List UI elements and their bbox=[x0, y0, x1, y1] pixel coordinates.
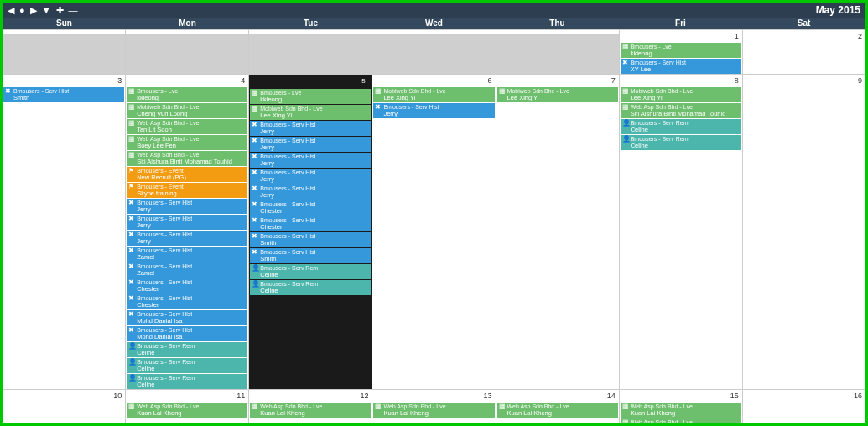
calendar-event[interactable]: ✖Bmousers - Serv HistChester bbox=[250, 200, 371, 216]
today-button[interactable]: ● bbox=[19, 5, 25, 15]
calendar-event[interactable]: ▦Mobiweb Sdn Bhd - LveLee Xing Yi bbox=[373, 87, 494, 102]
cal-icon: ▦ bbox=[128, 104, 136, 111]
calendar-event[interactable]: ✖Bmousers - Serv HistJerry bbox=[373, 103, 494, 118]
calendar-day-cell[interactable]: 13▦Web Asp Sdn Bhd - LveKuan Lai Kheng bbox=[372, 390, 496, 423]
remove-button[interactable]: — bbox=[69, 5, 78, 15]
event-text: Bmousers - Serv HistZamel bbox=[137, 263, 192, 277]
calendar-event[interactable]: 👤Bmousers - Serv RemCeline bbox=[127, 342, 247, 357]
calendar-day-cell[interactable]: 10 bbox=[3, 390, 126, 423]
calendar-event[interactable]: ▦Bmousers - Lvekkleong bbox=[621, 43, 741, 58]
calendar-event[interactable]: ▦Mobiweb Sdn Bhd - LveLee Xing Yi bbox=[250, 105, 371, 120]
day-header: Sun bbox=[3, 18, 126, 29]
calendar-event[interactable]: ✖Bmousers - Serv HistMohd Danial Isa bbox=[127, 310, 247, 325]
next-button[interactable]: ▶ bbox=[30, 5, 37, 16]
calendar-day-cell[interactable]: 8▦Mobiweb Sdn Bhd - LveLee Xing Yi▦Web A… bbox=[620, 75, 743, 389]
calendar-event[interactable]: ▦Web Asp Sdn Bhd - LveKuan Lai Kheng bbox=[250, 403, 371, 418]
calendar-event[interactable]: ✖Bmousers - Serv HistMohd Danial Isa bbox=[127, 326, 247, 341]
calendar-event[interactable]: ▦Web Asp Sdn Bhd - LveBoey Lee Fen bbox=[127, 135, 247, 150]
calendar-day-cell[interactable] bbox=[3, 30, 126, 74]
calendar-event[interactable]: 👤Bmousers - Serv RemCeline bbox=[127, 358, 247, 373]
calendar-day-cell[interactable]: 9 bbox=[743, 75, 865, 389]
cal-icon: ▦ bbox=[128, 120, 136, 127]
calendar-day-cell[interactable]: 2 bbox=[743, 30, 865, 74]
calendar-day-cell[interactable]: 12▦Web Asp Sdn Bhd - LveKuan Lai Kheng bbox=[249, 390, 372, 423]
calendar-toolbar: ◀ ● ▶ ▼ ✚ — May 2015 bbox=[3, 3, 865, 18]
calendar-event[interactable]: ▦Web Asp Sdn Bhd - LveSiti Aishura Binti… bbox=[621, 103, 741, 118]
calendar-day-cell[interactable]: 7▦Mobiweb Sdn Bhd - LveLee Xing Yi bbox=[496, 75, 620, 389]
calendar-day-cell[interactable]: 5▦Bmousers - Lvekkleong▦Mobiweb Sdn Bhd … bbox=[249, 75, 372, 389]
prev-button[interactable]: ◀ bbox=[8, 5, 14, 16]
day-number: 6 bbox=[372, 75, 495, 86]
calendar-event[interactable]: ▦Web Asp Sdn Bhd - LveSiti Aishura Binti… bbox=[127, 151, 247, 166]
calendar-event[interactable]: 👤Bmousers - Serv RemCeline bbox=[621, 135, 741, 150]
cal-icon: ▦ bbox=[622, 44, 630, 50]
calendar-event[interactable]: ▦Web Asp Sdn Bhd - LveKuan Lai Kheng bbox=[497, 403, 618, 418]
calendar-day-cell[interactable] bbox=[126, 30, 249, 74]
calendar-event[interactable]: 👤Bmousers - Serv RemCeline bbox=[250, 280, 371, 295]
calendar-event[interactable]: ✖Bmousers - Serv HistZamel bbox=[127, 247, 247, 262]
calendar-event[interactable]: ✖Bmousers - Serv HistChester bbox=[250, 216, 371, 231]
calendar-event[interactable]: ▦Mobiweb Sdn Bhd - LveLee Xing Yi bbox=[497, 87, 618, 102]
flag-icon: ⚑ bbox=[128, 184, 136, 190]
event-text: Bmousers - Serv RemCeline bbox=[137, 359, 195, 372]
calendar-event[interactable]: ✖Bmousers - Serv HistZamel bbox=[127, 262, 247, 278]
down-button[interactable]: ▼ bbox=[42, 5, 51, 15]
day-number: 3 bbox=[3, 75, 125, 86]
event-text: Bmousers - Serv HistJerry bbox=[383, 104, 439, 117]
calendar-event[interactable]: ▦Web Asp Sdn Bhd - LveKuan Lai Kheng bbox=[127, 403, 247, 418]
usr-icon: 👤 bbox=[622, 136, 630, 143]
calendar-event[interactable]: ✖Bmousers - Serv HistSmith bbox=[3, 87, 124, 102]
calendar-event[interactable]: ✖Bmousers - Serv HistJerry bbox=[250, 153, 371, 168]
calendar-event[interactable]: ✖Bmousers - Serv HistJerry bbox=[250, 121, 371, 136]
calendar-day-cell[interactable]: 11▦Web Asp Sdn Bhd - LveKuan Lai Kheng bbox=[126, 390, 249, 423]
wr-icon: ✖ bbox=[622, 60, 630, 66]
calendar-day-cell[interactable] bbox=[249, 30, 372, 74]
day-header: Sat bbox=[742, 18, 865, 29]
usr-icon: 👤 bbox=[622, 120, 630, 127]
calendar-event[interactable]: ✖Bmousers - Serv HistJerry bbox=[250, 137, 371, 152]
calendar-day-cell[interactable]: 1▦Bmousers - Lvekkleong✖Bmousers - Serv … bbox=[620, 30, 743, 74]
event-text: Bmousers - Serv RemCeline bbox=[631, 136, 689, 149]
calendar-event[interactable]: ✖Bmousers - Serv HistSmith bbox=[250, 232, 371, 247]
add-button[interactable]: ✚ bbox=[56, 5, 64, 16]
calendar-event[interactable]: 👤Bmousers - Serv RemCeline bbox=[250, 264, 371, 279]
calendar-event[interactable]: ✖Bmousers - Serv HistJerry bbox=[250, 184, 371, 200]
calendar-day-cell[interactable]: 6▦Mobiweb Sdn Bhd - LveLee Xing Yi✖Bmous… bbox=[372, 75, 496, 389]
calendar-event[interactable]: ▦Web Asp Sdn Bhd - LveKuan Lai Kheng bbox=[621, 403, 741, 418]
calendar-day-cell[interactable]: 4▦Bmousers - Lvekkleong▦Mobiweb Sdn Bhd … bbox=[126, 75, 249, 389]
calendar-event[interactable]: ▦Web Asp Sdn Bhd - LveKuan Lai Kheng bbox=[373, 403, 494, 418]
calendar-event[interactable]: ✖Bmousers - Serv HistXY Lee bbox=[621, 59, 741, 74]
calendar-event[interactable]: 👤Bmousers - Serv RemCeline bbox=[127, 374, 247, 389]
event-text: Bmousers - Lvekkleong bbox=[137, 88, 178, 101]
calendar-event[interactable]: ⚑Bmousers - EventSkype training bbox=[127, 183, 247, 198]
calendar-day-cell[interactable]: 16 bbox=[743, 390, 865, 423]
calendar-event[interactable]: ✖Bmousers - Serv HistJerry bbox=[127, 199, 247, 214]
calendar-day-cell[interactable]: 14▦Web Asp Sdn Bhd - LveKuan Lai Kheng bbox=[496, 390, 620, 423]
calendar-event[interactable]: ▦Mobiweb Sdn Bhd - LveCheng Vun Loong bbox=[127, 103, 247, 118]
calendar-event[interactable]: ✖Bmousers - Serv HistJerry bbox=[127, 231, 247, 246]
calendar-event[interactable]: ✖Bmousers - Serv HistJerry bbox=[127, 215, 247, 230]
calendar-event[interactable]: ✖Bmousers - Serv HistSmith bbox=[250, 248, 371, 263]
cal-icon: ▦ bbox=[375, 88, 382, 95]
calendar-event[interactable]: ▦Bmousers - Lvekkleong bbox=[250, 89, 371, 104]
event-text: Web Asp Sdn Bhd - LveKuan Lai Kheng bbox=[260, 403, 322, 417]
calendar-day-cell[interactable]: 15▦Web Asp Sdn Bhd - LveKuan Lai Kheng▦W… bbox=[620, 390, 743, 423]
event-text: Bmousers - EventSkype training bbox=[137, 184, 184, 197]
event-text: Bmousers - Serv HistJerry bbox=[137, 200, 192, 213]
calendar-event[interactable]: ✖Bmousers - Serv HistChester bbox=[127, 294, 247, 309]
calendar-day-cell[interactable]: 3✖Bmousers - Serv HistSmith bbox=[3, 75, 126, 389]
calendar-event[interactable]: ▦Mobiweb Sdn Bhd - LveLee Xing Yi bbox=[621, 87, 741, 102]
calendar-event[interactable]: ▦Web Asp Sdn Bhd - LveTan Lit Soon bbox=[127, 119, 247, 134]
wr-icon: ✖ bbox=[252, 122, 259, 128]
cal-icon: ▦ bbox=[252, 106, 259, 112]
calendar-event[interactable]: 👤Bmousers - Serv RemCeline bbox=[621, 119, 741, 134]
calendar-day-cell[interactable] bbox=[372, 30, 496, 74]
calendar-event[interactable]: ▦Bmousers - Lvekkleong bbox=[127, 87, 247, 102]
calendar-event[interactable]: ▦Web Asp Sdn Bhd - LveSiti Aishura Binti… bbox=[621, 418, 741, 424]
calendar-event[interactable]: ✖Bmousers - Serv HistChester bbox=[127, 278, 247, 294]
calendar-event[interactable]: ⚑Bmousers - EventNew Recruit (PG) bbox=[127, 167, 247, 182]
calendar-day-cell[interactable] bbox=[496, 30, 620, 74]
calendar-event[interactable]: ✖Bmousers - Serv HistJerry bbox=[250, 169, 371, 184]
day-header: Mon bbox=[126, 18, 249, 29]
cal-icon: ▦ bbox=[499, 403, 507, 410]
